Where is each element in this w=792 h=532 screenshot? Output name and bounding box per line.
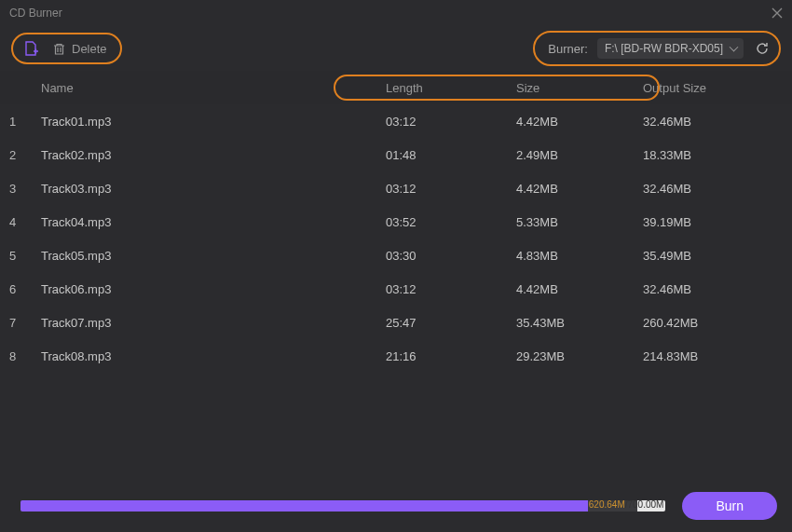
refresh-button[interactable]	[753, 39, 772, 58]
row-output-size: 214.83MB	[643, 349, 783, 363]
table-row[interactable]: 3Track03.mp303:124.42MB32.46MB	[0, 171, 792, 205]
burner-select[interactable]: F:\ [BD-RW BDR-XD05]	[597, 38, 744, 59]
table-row[interactable]: 8Track08.mp321:1629.23MB214.83MB	[0, 339, 792, 373]
close-icon[interactable]	[772, 7, 783, 19]
row-length: 01:48	[386, 148, 516, 162]
row-length: 03:12	[386, 282, 516, 296]
header-output-size: Output Size	[643, 81, 783, 95]
capacity-fill	[20, 500, 588, 512]
row-index: 6	[9, 282, 37, 296]
row-size: 5.33MB	[516, 215, 643, 229]
toolbar-left-group: Delete	[11, 33, 122, 64]
row-size: 35.43MB	[516, 316, 643, 330]
row-name: Track05.mp3	[37, 249, 386, 263]
row-output-size: 35.49MB	[643, 249, 783, 263]
burn-button[interactable]: Burn	[682, 492, 777, 520]
row-output-size: 32.46MB	[643, 115, 783, 129]
row-size: 4.42MB	[516, 115, 643, 129]
row-index: 7	[9, 316, 37, 330]
row-index: 1	[9, 115, 37, 129]
row-name: Track08.mp3	[37, 349, 386, 363]
table-row[interactable]: 5Track05.mp303:304.83MB35.49MB	[0, 239, 792, 272]
row-name: Track01.mp3	[37, 115, 386, 129]
footer: 620.64M/700.00M Burn	[0, 480, 792, 532]
table-row[interactable]: 4Track04.mp303:525.33MB39.19MB	[0, 205, 792, 239]
delete-button[interactable]: Delete	[52, 42, 107, 56]
delete-label: Delete	[72, 42, 107, 56]
row-length: 25:47	[386, 316, 516, 330]
header-size: Size	[516, 81, 643, 95]
burner-label: Burner:	[548, 42, 588, 56]
row-name: Track04.mp3	[37, 215, 386, 229]
toolbar-right-group: Burner: F:\ [BD-RW BDR-XD05]	[533, 31, 781, 66]
window-title: CD Burner	[9, 7, 62, 20]
row-length: 03:12	[386, 115, 516, 129]
capacity-total: /700.00M	[625, 500, 664, 510]
table-row[interactable]: 2Track02.mp301:482.49MB18.33MB	[0, 138, 792, 171]
table-row[interactable]: 6Track06.mp303:124.42MB32.46MB	[0, 272, 792, 306]
burner-value: F:\ [BD-RW BDR-XD05]	[605, 42, 723, 55]
row-index: 3	[9, 182, 37, 196]
row-output-size: 260.42MB	[643, 316, 783, 330]
row-size: 29.23MB	[516, 349, 643, 363]
table-row[interactable]: 1Track01.mp303:124.42MB32.46MB	[0, 104, 792, 138]
row-index: 4	[9, 215, 37, 229]
trash-icon	[52, 42, 66, 56]
row-length: 03:30	[386, 249, 516, 263]
row-length: 03:12	[386, 182, 516, 196]
refresh-icon	[755, 41, 770, 56]
row-name: Track06.mp3	[37, 282, 386, 296]
row-name: Track03.mp3	[37, 182, 386, 196]
row-size: 4.42MB	[516, 182, 643, 196]
capacity-label: 620.64M/700.00M	[589, 500, 664, 510]
row-output-size: 39.19MB	[643, 215, 783, 229]
row-size: 4.42MB	[516, 282, 643, 296]
track-table: Name Length Size Output Size 1Track01.mp…	[0, 71, 792, 373]
row-length: 21:16	[386, 349, 516, 363]
add-file-icon	[22, 40, 39, 57]
row-index: 2	[9, 148, 37, 162]
header-length: Length	[386, 81, 516, 95]
row-name: Track02.mp3	[37, 148, 386, 162]
table-header: Name Length Size Output Size	[0, 71, 792, 104]
row-output-size: 18.33MB	[643, 148, 783, 162]
row-length: 03:52	[386, 215, 516, 229]
capacity-bar: 620.64M/700.00M	[20, 500, 665, 512]
row-size: 4.83MB	[516, 249, 643, 263]
row-output-size: 32.46MB	[643, 282, 783, 296]
add-file-button[interactable]	[22, 40, 39, 57]
row-index: 5	[9, 249, 37, 263]
toolbar: Delete Burner: F:\ [BD-RW BDR-XD05]	[0, 26, 792, 71]
row-index: 8	[9, 349, 37, 363]
title-bar: CD Burner	[0, 0, 792, 26]
row-output-size: 32.46MB	[643, 182, 783, 196]
header-name: Name	[37, 81, 386, 95]
capacity-used: 620.64M	[589, 500, 625, 510]
table-row[interactable]: 7Track07.mp325:4735.43MB260.42MB	[0, 306, 792, 339]
row-size: 2.49MB	[516, 148, 643, 162]
row-name: Track07.mp3	[37, 316, 386, 330]
